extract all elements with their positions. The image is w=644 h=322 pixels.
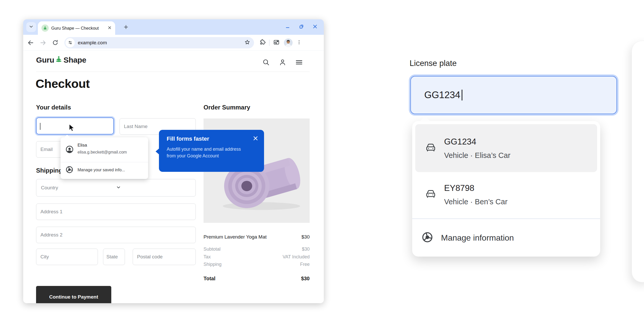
shipping-value: Free xyxy=(300,262,310,267)
autofill-suggestion-elisa[interactable] xyxy=(61,137,148,162)
tab-guru-shape-checkout[interactable]: Guru Shape — Checkout xyxy=(38,21,115,35)
car-icon xyxy=(425,141,437,155)
new-tab-button[interactable] xyxy=(122,23,130,31)
total-value: $30 xyxy=(301,276,310,282)
vehicle-suggestion-gg1234[interactable]: GG1234 Vehicle · Elisa’s Car xyxy=(415,124,597,172)
minimize-button[interactable] xyxy=(285,24,290,30)
url-text: example.com xyxy=(78,40,244,46)
product-name: Premium Lavender Yoga Mat xyxy=(204,234,267,240)
bubble-arrow xyxy=(156,148,159,155)
subtotal-label: Subtotal xyxy=(204,247,221,252)
chrome-icon xyxy=(65,166,73,175)
total-label: Total xyxy=(204,276,215,282)
back-icon[interactable] xyxy=(27,39,34,46)
city-field[interactable] xyxy=(36,249,98,265)
browser-window: Guru Shape — Checkout xyxy=(23,19,324,303)
header-divider xyxy=(36,72,310,72)
autofill-name: Elisa xyxy=(78,143,87,148)
site-logo[interactable]: Guru Shape xyxy=(36,55,86,65)
profile-avatar[interactable] xyxy=(284,38,293,47)
car-icon xyxy=(425,188,437,201)
order-summary-heading: Order Summary xyxy=(204,104,250,111)
vehicle-suggestion-ey8798[interactable]: EY8798 Vehicle · Ben’s Car xyxy=(415,171,597,218)
menu-hamburger-icon[interactable] xyxy=(295,58,303,67)
manage-saved-info-item[interactable]: Manage your saved info... xyxy=(78,168,125,172)
bookmark-star-icon[interactable] xyxy=(244,39,250,46)
tax-value: VAT Included xyxy=(283,254,310,260)
license-plate-label: License plate xyxy=(410,59,457,68)
side-card-edge xyxy=(632,41,644,282)
shipping-label: Shipping xyxy=(204,262,222,267)
bubble-title: Fill forms faster xyxy=(167,135,209,142)
tab-close-icon[interactable] xyxy=(108,26,112,31)
logo-text-left: Guru xyxy=(36,56,54,64)
manage-information-item[interactable]: Manage information xyxy=(412,219,600,257)
address1-field[interactable] xyxy=(36,204,196,220)
chevron-down-icon xyxy=(29,24,34,30)
side-panel-search-icon[interactable] xyxy=(273,39,280,47)
reload-icon[interactable] xyxy=(52,39,59,46)
autofill-email: elisa.g.beckett@gmail.com xyxy=(78,150,127,155)
vehicle-sub: Vehicle · Ben’s Car xyxy=(444,198,507,206)
vehicle-plate: GG1234 xyxy=(444,137,510,147)
site-favicon-icon xyxy=(41,24,49,32)
continue-to-payment-button[interactable]: Continue to Payment xyxy=(36,286,111,303)
subtotal-value: $30 xyxy=(302,247,310,252)
account-icon[interactable] xyxy=(279,58,286,67)
license-plate-value: GG1234 xyxy=(424,90,460,100)
your-details-heading: Your details xyxy=(36,104,71,111)
site-info-icon[interactable] xyxy=(65,38,75,47)
bubble-body: Autofill your name and email address fro… xyxy=(167,146,250,159)
vehicle-popup-arrow xyxy=(420,116,430,121)
bubble-close-icon[interactable] xyxy=(253,135,258,141)
browser-menu-kebab-icon[interactable] xyxy=(296,39,302,46)
mouse-cursor xyxy=(69,124,75,133)
tab-search-button[interactable] xyxy=(26,22,36,32)
address2-field[interactable] xyxy=(36,227,196,243)
shipping-heading: Shipping xyxy=(36,167,63,174)
product-price: $30 xyxy=(301,234,310,240)
browser-toolbar: example.com xyxy=(23,35,324,51)
tab-strip: Guru Shape — Checkout xyxy=(23,19,324,35)
tax-label: Tax xyxy=(204,254,211,260)
address-bar[interactable]: example.com xyxy=(64,37,254,48)
page-title: Checkout xyxy=(36,77,90,91)
text-caret xyxy=(40,123,40,130)
vehicle-sub: Vehicle · Elisa’s Car xyxy=(444,151,510,160)
forward-icon[interactable] xyxy=(40,39,46,46)
autofill-divider xyxy=(61,162,148,162)
toolbar-separator xyxy=(269,40,269,46)
postal-code-field[interactable] xyxy=(133,249,196,265)
vehicle-autofill-popup: GG1234 Vehicle · Elisa’s Car EY8798 Vehi… xyxy=(412,121,600,257)
lotus-icon xyxy=(55,55,63,65)
license-plate-input[interactable]: GG1234 xyxy=(410,76,617,114)
logo-text-right: Shape xyxy=(63,56,86,64)
chrome-icon xyxy=(421,231,433,244)
tab-title: Guru Shape — Checkout xyxy=(51,26,106,31)
close-window-button[interactable] xyxy=(312,24,318,30)
fill-forms-faster-bubble: Fill forms faster Autofill your name and… xyxy=(159,130,264,172)
extensions-icon[interactable] xyxy=(259,39,266,46)
chevron-down-icon xyxy=(116,185,191,191)
autofill-popup: Elisa elisa.g.beckett@gmail.com Manage y… xyxy=(61,137,148,179)
country-placeholder: Country xyxy=(41,185,116,191)
restore-button[interactable] xyxy=(299,24,304,30)
search-icon[interactable] xyxy=(262,58,270,67)
country-select[interactable]: Country xyxy=(36,179,196,197)
vehicle-plate: EY8798 xyxy=(444,183,507,193)
manage-information-label: Manage information xyxy=(441,233,514,243)
text-caret xyxy=(462,90,462,100)
state-field[interactable] xyxy=(103,249,125,265)
